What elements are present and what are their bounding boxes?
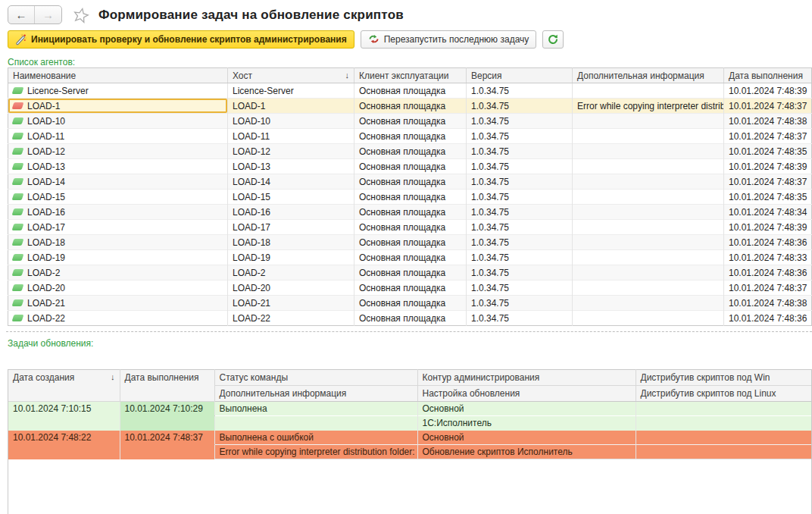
agent-name-cell[interactable]: LOAD-18 bbox=[8, 235, 228, 250]
table-row[interactable]: LOAD-1LOAD-1Основная площадка1.0.34.75Er… bbox=[8, 99, 812, 114]
agent-info-cell[interactable] bbox=[573, 83, 724, 99]
back-button[interactable]: ← bbox=[8, 6, 35, 24]
agent-client-cell[interactable]: Основная площадка bbox=[354, 144, 467, 159]
table-row[interactable]: LOAD-16LOAD-16Основная площадка1.0.34.75… bbox=[8, 205, 812, 220]
agent-exec-date-cell[interactable]: 10.01.2024 7:48:39 bbox=[724, 159, 812, 174]
agent-info-cell[interactable] bbox=[573, 144, 724, 159]
agent-host-cell[interactable]: Licence-Server bbox=[228, 83, 354, 99]
task-executed-cell[interactable]: 10.01.2024 7:10:29 bbox=[120, 402, 214, 431]
agent-client-cell[interactable]: Основная площадка bbox=[354, 99, 467, 114]
column-header-distrib-linux[interactable]: Дистрибутив скриптов под Linux bbox=[636, 386, 811, 402]
table-row[interactable]: LOAD-21LOAD-21Основная площадка1.0.34.75… bbox=[8, 296, 812, 311]
agent-info-cell[interactable] bbox=[573, 265, 724, 281]
agent-version-cell[interactable]: 1.0.34.75 bbox=[467, 144, 573, 159]
agent-info-cell[interactable] bbox=[573, 159, 724, 174]
agent-host-cell[interactable]: LOAD-12 bbox=[228, 144, 354, 159]
agent-host-cell[interactable]: LOAD-20 bbox=[228, 281, 354, 296]
column-header-contour[interactable]: Контур администрирования bbox=[417, 370, 636, 386]
agent-name-cell[interactable]: LOAD-14 bbox=[8, 174, 228, 190]
column-header-client[interactable]: Клиент эксплуатации bbox=[354, 68, 467, 83]
column-header-status[interactable]: Статус команды bbox=[214, 370, 417, 386]
agent-host-cell[interactable]: LOAD-13 bbox=[228, 159, 354, 174]
agent-client-cell[interactable]: Основная площадка bbox=[354, 114, 467, 129]
agent-client-cell[interactable]: Основная площадка bbox=[354, 296, 467, 311]
column-header-distrib-win[interactable]: Дистрибутив скриптов под Win bbox=[636, 370, 811, 386]
table-row[interactable]: LOAD-2LOAD-2Основная площадка1.0.34.7510… bbox=[8, 265, 812, 281]
init-update-button[interactable]: Инициировать проверку и обновление скрип… bbox=[8, 30, 354, 49]
agent-name-cell[interactable]: LOAD-1 bbox=[8, 99, 228, 114]
agent-exec-date-cell[interactable]: 10.01.2024 7:48:39 bbox=[724, 220, 812, 235]
agent-exec-date-cell[interactable]: 10.01.2024 7:48:35 bbox=[724, 144, 812, 159]
task-distrib-linux-cell[interactable] bbox=[636, 445, 811, 459]
table-row[interactable]: LOAD-12LOAD-12Основная площадка1.0.34.75… bbox=[8, 144, 812, 159]
agent-name-cell[interactable]: LOAD-11 bbox=[8, 129, 228, 144]
agent-exec-date-cell[interactable]: 10.01.2024 7:48:35 bbox=[724, 190, 812, 205]
agent-host-cell[interactable]: LOAD-17 bbox=[228, 220, 354, 235]
agent-info-cell[interactable] bbox=[573, 205, 724, 220]
task-setting-cell[interactable]: Обновление скриптов Исполнитель bbox=[417, 445, 636, 459]
agent-info-cell[interactable] bbox=[573, 281, 724, 296]
column-header-host[interactable]: ↓ Хост bbox=[228, 68, 354, 83]
agent-version-cell[interactable]: 1.0.34.75 bbox=[467, 281, 573, 296]
agent-version-cell[interactable]: 1.0.34.75 bbox=[467, 265, 573, 281]
column-header-name[interactable]: Наименование bbox=[8, 68, 228, 83]
agent-info-cell[interactable] bbox=[573, 114, 724, 129]
table-row[interactable]: LOAD-22LOAD-22Основная площадка1.0.34.75… bbox=[8, 311, 812, 326]
agent-name-cell[interactable]: LOAD-2 bbox=[8, 265, 228, 281]
column-header-extra-info[interactable]: Дополнительная информация bbox=[214, 386, 417, 402]
agent-name-cell[interactable]: LOAD-10 bbox=[8, 114, 228, 129]
restart-last-task-button[interactable]: Перезапустить последнюю задачу bbox=[361, 30, 537, 49]
table-row[interactable]: Licence-ServerLicence-ServerОсновная пло… bbox=[8, 83, 812, 99]
agent-client-cell[interactable]: Основная площадка bbox=[354, 220, 467, 235]
agent-version-cell[interactable]: 1.0.34.75 bbox=[467, 174, 573, 190]
agent-exec-date-cell[interactable]: 10.01.2024 7:48:33 bbox=[724, 250, 812, 265]
agent-client-cell[interactable]: Основная площадка bbox=[354, 174, 467, 190]
column-header-info[interactable]: Дополнительная информация bbox=[573, 68, 724, 83]
agent-info-cell[interactable] bbox=[573, 129, 724, 144]
agent-name-cell[interactable]: LOAD-12 bbox=[8, 144, 228, 159]
agent-client-cell[interactable]: Основная площадка bbox=[354, 190, 467, 205]
agent-version-cell[interactable]: 1.0.34.75 bbox=[467, 311, 573, 326]
agent-host-cell[interactable]: LOAD-22 bbox=[228, 311, 354, 326]
agent-exec-date-cell[interactable]: 10.01.2024 7:48:38 bbox=[724, 114, 812, 129]
agent-exec-date-cell[interactable]: 10.01.2024 7:48:36 bbox=[724, 235, 812, 250]
task-distrib-win-cell[interactable] bbox=[636, 431, 811, 445]
agent-client-cell[interactable]: Основная площадка bbox=[354, 83, 467, 99]
agent-info-cell[interactable]: Error while copying interpreter distribu… bbox=[573, 99, 724, 114]
agent-exec-date-cell[interactable]: 10.01.2024 7:48:36 bbox=[724, 311, 812, 326]
favorite-star-icon[interactable] bbox=[73, 7, 89, 24]
agent-name-cell[interactable]: Licence-Server bbox=[8, 83, 228, 99]
table-row[interactable]: LOAD-11LOAD-11Основная площадка1.0.34.75… bbox=[8, 129, 812, 144]
column-header-version[interactable]: Версия bbox=[467, 68, 573, 83]
agent-info-cell[interactable] bbox=[573, 220, 724, 235]
task-created-cell[interactable]: 10.01.2024 7:10:15 bbox=[8, 402, 120, 431]
agent-version-cell[interactable]: 1.0.34.75 bbox=[467, 250, 573, 265]
task-distrib-win-cell[interactable] bbox=[636, 402, 811, 416]
task-status-cell[interactable]: Выполнена bbox=[214, 402, 417, 416]
task-status-cell[interactable]: Выполнена с ошибкой bbox=[214, 431, 417, 445]
agent-name-cell[interactable]: LOAD-15 bbox=[8, 190, 228, 205]
agent-client-cell[interactable]: Основная площадка bbox=[354, 265, 467, 281]
table-row[interactable]: LOAD-10LOAD-10Основная площадка1.0.34.75… bbox=[8, 114, 812, 129]
agent-info-cell[interactable] bbox=[573, 311, 724, 326]
agent-version-cell[interactable]: 1.0.34.75 bbox=[467, 190, 573, 205]
agent-info-cell[interactable] bbox=[573, 250, 724, 265]
forward-button[interactable]: → bbox=[35, 6, 61, 24]
agent-info-cell[interactable] bbox=[573, 174, 724, 190]
task-distrib-linux-cell[interactable] bbox=[636, 416, 811, 431]
agent-client-cell[interactable]: Основная площадка bbox=[354, 250, 467, 265]
column-header-update-setting[interactable]: Настройка обновления bbox=[417, 386, 636, 402]
agent-host-cell[interactable]: LOAD-19 bbox=[228, 250, 354, 265]
agent-version-cell[interactable]: 1.0.34.75 bbox=[467, 159, 573, 174]
table-row[interactable]: LOAD-20LOAD-20Основная площадка1.0.34.75… bbox=[8, 281, 812, 296]
agent-client-cell[interactable]: Основная площадка bbox=[354, 205, 467, 220]
table-row[interactable]: LOAD-13LOAD-13Основная площадка1.0.34.75… bbox=[8, 159, 812, 174]
agent-client-cell[interactable]: Основная площадка bbox=[354, 311, 467, 326]
agent-version-cell[interactable]: 1.0.34.75 bbox=[467, 114, 573, 129]
agent-version-cell[interactable]: 1.0.34.75 bbox=[467, 296, 573, 311]
agent-exec-date-cell[interactable]: 10.01.2024 7:48:38 bbox=[724, 296, 812, 311]
task-info-cell[interactable] bbox=[214, 416, 417, 431]
task-executed-cell[interactable]: 10.01.2024 7:48:37 bbox=[120, 431, 214, 459]
task-row[interactable]: 10.01.2024 7:10:1510.01.2024 7:10:29Выпо… bbox=[8, 402, 811, 416]
agent-version-cell[interactable]: 1.0.34.75 bbox=[467, 220, 573, 235]
